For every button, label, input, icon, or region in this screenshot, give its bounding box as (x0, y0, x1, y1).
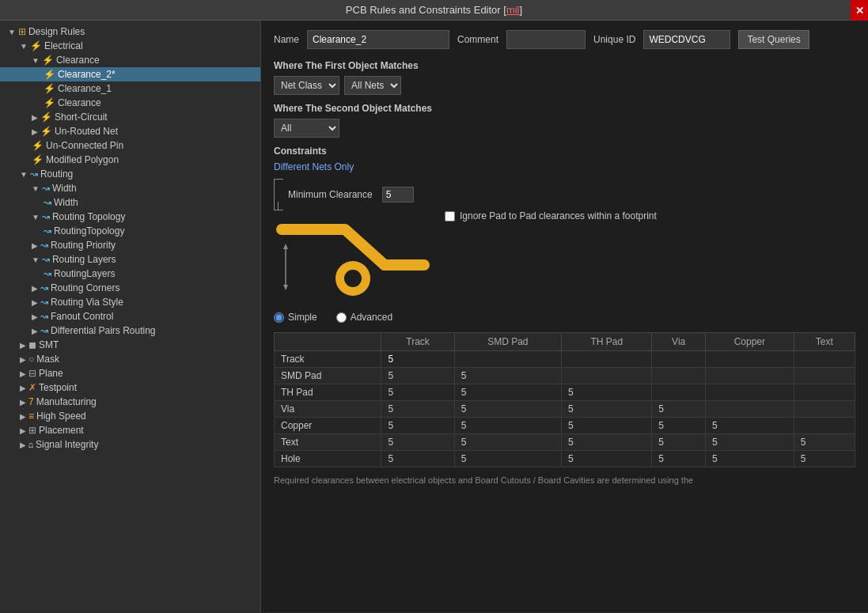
simple-radio-option[interactable]: Simple (274, 312, 317, 323)
cell-track-text[interactable] (794, 351, 855, 368)
tree-item-clearance1[interactable]: ⚡ Clearance_1 (0, 81, 260, 96)
expand-icon (32, 298, 38, 307)
tree-item-routing[interactable]: ↝ Routing (0, 167, 260, 181)
col-header-th-pad: TH Pad (562, 333, 652, 351)
cell-th-text[interactable] (794, 384, 855, 401)
cell-hole-copper[interactable]: 5 (705, 451, 794, 467)
cell-text-copper[interactable]: 5 (705, 434, 794, 451)
cell-via-smd[interactable]: 5 (454, 401, 561, 418)
first-object-value-select[interactable]: All Nets GND VCC (344, 76, 401, 95)
expand-icon (32, 241, 38, 250)
tree-item-diff-pairs[interactable]: ↝ Differential Pairs Routing (0, 324, 260, 338)
min-clearance-input[interactable] (382, 187, 414, 202)
cell-th-copper[interactable] (705, 384, 794, 401)
cell-track-track[interactable]: 5 (381, 351, 454, 368)
tree-item-smt[interactable]: ◼ SMT (0, 338, 260, 352)
cell-via-via[interactable]: 5 (652, 401, 706, 418)
cell-copper-copper[interactable]: 5 (705, 418, 794, 434)
tree-item-routing-via-style[interactable]: ↝ Routing Via Style (0, 295, 260, 309)
first-object-type-select[interactable]: Net Class Net Layer All (274, 76, 339, 95)
tree-item-manufacturing[interactable]: 7 Manufacturing (0, 395, 260, 409)
cell-hole-text[interactable]: 5 (794, 451, 855, 467)
uid-input[interactable] (643, 30, 730, 49)
tree-item-width-rule[interactable]: ↝ Width (0, 195, 260, 210)
cell-smd-smd[interactable]: 5 (454, 368, 561, 384)
cell-th-smd[interactable]: 5 (454, 384, 561, 401)
advanced-radio-option[interactable]: Advanced (336, 312, 392, 323)
tree-item-unconnected-pin[interactable]: ⚡ Un-Connected Pin (0, 138, 260, 153)
cell-via-track[interactable]: 5 (381, 401, 454, 418)
col-header-empty (275, 333, 381, 351)
cell-hole-track[interactable]: 5 (381, 451, 454, 467)
cell-hole-smd[interactable]: 5 (454, 451, 561, 467)
tree-item-mask[interactable]: ○ Mask (0, 352, 260, 366)
routing-layers-rule-icon: ↝ (44, 268, 51, 279)
tree-item-routing-topology-rule[interactable]: ↝ RoutingTopology (0, 224, 260, 238)
tree-item-short-circuit[interactable]: ⚡ Short-Circuit (0, 110, 260, 124)
tree-item-electrical[interactable]: ⚡ Electrical (0, 39, 260, 53)
row-header-copper: Copper (275, 418, 381, 434)
tree-item-modified-polygon[interactable]: ⚡ Modified Polygon (0, 153, 260, 167)
tree-item-testpoint[interactable]: ✗ Testpoint (0, 380, 260, 395)
cell-via-th[interactable]: 5 (562, 401, 652, 418)
cell-smd-via[interactable] (652, 368, 706, 384)
cell-smd-copper[interactable] (705, 368, 794, 384)
cell-track-th[interactable] (562, 351, 652, 368)
cell-th-via[interactable] (652, 384, 706, 401)
cell-text-th[interactable]: 5 (562, 434, 652, 451)
simple-radio[interactable] (274, 312, 284, 323)
ignore-pad-checkbox[interactable] (445, 211, 455, 221)
tree-item-routing-priority[interactable]: ↝ Routing Priority (0, 238, 260, 252)
uid-label: Unique ID (593, 34, 635, 45)
cell-track-copper[interactable] (705, 351, 794, 368)
cell-text-smd[interactable]: 5 (454, 434, 561, 451)
advanced-radio[interactable] (336, 312, 347, 323)
cell-copper-track[interactable]: 5 (381, 418, 454, 434)
cell-text-text[interactable]: 5 (794, 434, 855, 451)
tree-item-design-rules[interactable]: ⊞ Design Rules (0, 25, 260, 39)
comment-input[interactable] (506, 30, 586, 49)
cell-th-track[interactable]: 5 (381, 384, 454, 401)
cell-th-th[interactable]: 5 (562, 384, 652, 401)
tree-item-routing-topology-folder[interactable]: ↝ Routing Topology (0, 210, 260, 224)
cell-hole-via[interactable]: 5 (652, 451, 706, 467)
cell-text-via[interactable]: 5 (652, 434, 706, 451)
svg-marker-1 (283, 244, 288, 249)
cell-smd-text[interactable] (794, 368, 855, 384)
cell-smd-track[interactable]: 5 (381, 368, 454, 384)
cell-track-smd[interactable] (454, 351, 561, 368)
cell-track-via[interactable] (652, 351, 706, 368)
tree-label-electrical: Electrical (44, 40, 83, 51)
cell-via-copper[interactable] (705, 401, 794, 418)
cell-hole-th[interactable]: 5 (562, 451, 652, 467)
close-button[interactable]: ✕ (851, 0, 868, 21)
tree-item-clearance-folder[interactable]: ⚡ Clearance (0, 53, 260, 67)
cell-copper-smd[interactable]: 5 (454, 418, 561, 434)
tree-item-clearance2[interactable]: ⚡ Clearance_2* (0, 67, 260, 81)
cell-copper-text[interactable] (794, 418, 855, 434)
cell-copper-via[interactable]: 5 (652, 418, 706, 434)
tree-item-clearance[interactable]: ⚡ Clearance (0, 96, 260, 110)
second-object-type-select[interactable]: All Net Class Net (274, 119, 339, 138)
tree-item-unrouted-net[interactable]: ⚡ Un-Routed Net (0, 124, 260, 138)
tree-item-signal-integrity[interactable]: ⩍ Signal Integrity (0, 437, 260, 452)
tree-label-smt: SMT (39, 339, 59, 350)
tree-item-plane[interactable]: ⊟ Plane (0, 366, 260, 380)
cell-via-text[interactable] (794, 401, 855, 418)
cell-copper-th[interactable]: 5 (562, 418, 652, 434)
expand-icon (20, 384, 26, 392)
tree-item-high-speed[interactable]: ≡ High Speed (0, 409, 260, 423)
tree-item-routing-layers-folder[interactable]: ↝ Routing Layers (0, 252, 260, 267)
tree-item-routing-layers-rule[interactable]: ↝ RoutingLayers (0, 267, 260, 281)
name-input[interactable] (307, 30, 449, 49)
test-queries-button[interactable]: Test Queries (738, 30, 809, 49)
cell-text-track[interactable]: 5 (381, 434, 454, 451)
tree-item-width-folder[interactable]: ↝ Width (0, 181, 260, 195)
cell-smd-th[interactable] (562, 368, 652, 384)
routing-layers-icon: ↝ (42, 254, 50, 265)
table-row-smd-pad: SMD Pad 5 5 (275, 368, 855, 384)
tree-item-placement[interactable]: ⊞ Placement (0, 423, 260, 437)
tree-item-fanout-control[interactable]: ↝ Fanout Control (0, 309, 260, 324)
expand-icon (20, 441, 26, 449)
tree-item-routing-corners[interactable]: ↝ Routing Corners (0, 281, 260, 295)
